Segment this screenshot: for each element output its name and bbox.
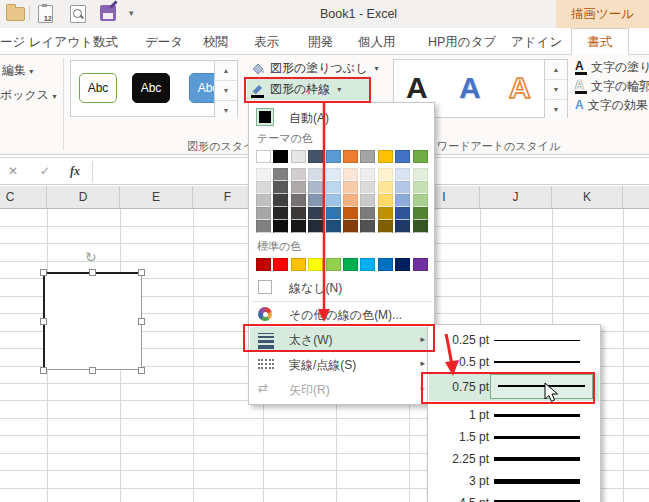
theme-color-swatch[interactable] — [273, 150, 288, 163]
rotate-handle-icon[interactable]: ↻ — [85, 249, 97, 265]
theme-color-variant-swatch[interactable] — [360, 194, 375, 207]
weight-option-0.75pt[interactable]: 0.75 pt — [429, 373, 599, 401]
theme-color-variant-swatch[interactable] — [360, 207, 375, 220]
shape-style-thumbnail[interactable]: Abc — [132, 73, 170, 103]
theme-color-variant-swatch[interactable] — [360, 220, 375, 233]
theme-color-variant-swatch[interactable] — [413, 207, 428, 220]
theme-color-variant-swatch[interactable] — [343, 168, 358, 181]
theme-color-variant-swatch[interactable] — [360, 181, 375, 194]
standard-color-swatch[interactable] — [256, 258, 271, 271]
theme-color-variant-swatch[interactable] — [291, 181, 306, 194]
text-effects-button[interactable]: A 文字の効果 — [575, 97, 648, 113]
print-preview-icon[interactable] — [70, 5, 86, 23]
theme-color-variant-swatch[interactable] — [256, 181, 271, 194]
weight-option-1.5pt[interactable]: 1.5 pt — [429, 426, 599, 448]
theme-color-variant-swatch[interactable] — [308, 194, 323, 207]
theme-color-variant-swatch[interactable] — [378, 168, 393, 181]
gallery-scroll-up-icon[interactable]: ▲ — [215, 61, 237, 81]
theme-color-swatch[interactable] — [395, 150, 410, 163]
selection-handle[interactable] — [138, 367, 145, 374]
selection-handle[interactable] — [138, 269, 145, 276]
theme-color-variant-swatch[interactable] — [413, 168, 428, 181]
text-box-button[interactable]: ボックス ▾ — [0, 87, 56, 104]
standard-color-swatch[interactable] — [273, 258, 288, 271]
standard-color-swatch[interactable] — [378, 258, 393, 271]
ribbon-tab-5[interactable]: 表示 — [254, 34, 279, 51]
ribbon-tab-7[interactable]: 個人用 — [358, 34, 396, 51]
selection-handle[interactable] — [40, 318, 47, 325]
theme-color-swatch[interactable] — [291, 150, 306, 163]
shape-fill-button[interactable]: 図形の塗りつぶし▾ — [250, 58, 378, 79]
theme-color-variant-swatch[interactable] — [343, 181, 358, 194]
wordart-more-icon[interactable]: ▼ — [545, 100, 567, 119]
standard-color-swatch[interactable] — [413, 258, 428, 271]
selection-handle[interactable] — [89, 269, 96, 276]
theme-color-variant-swatch[interactable] — [378, 207, 393, 220]
cancel-icon[interactable]: ✕ — [8, 164, 18, 178]
edit-button[interactable]: 編集 ▾ — [2, 62, 33, 79]
theme-color-variant-swatch[interactable] — [343, 194, 358, 207]
theme-color-variant-swatch[interactable] — [395, 181, 410, 194]
insert-function-icon[interactable]: fx — [70, 164, 80, 179]
ribbon-tab-4[interactable]: 校閲 — [203, 34, 228, 51]
menu-item-weight[interactable]: 太さ(W) ▸ — [250, 327, 433, 352]
theme-color-variant-swatch[interactable] — [291, 207, 306, 220]
theme-color-variant-swatch[interactable] — [256, 168, 271, 181]
theme-color-variant-swatch[interactable] — [273, 207, 288, 220]
theme-color-variant-swatch[interactable] — [413, 220, 428, 233]
theme-color-variant-swatch[interactable] — [308, 181, 323, 194]
enter-icon[interactable]: ✓ — [40, 164, 50, 178]
qat-more-icon[interactable]: ▾ — [129, 8, 134, 18]
ribbon-tab-6[interactable]: 開発 — [308, 34, 333, 51]
wordart-style-thumbnail[interactable]: A — [406, 73, 428, 103]
ribbon-tab-3[interactable]: データ — [145, 34, 183, 51]
theme-color-swatch[interactable] — [343, 150, 358, 163]
save-icon[interactable] — [100, 5, 116, 21]
weight-option-3pt[interactable]: 3 pt — [429, 470, 599, 492]
theme-color-variant-swatch[interactable] — [256, 207, 271, 220]
clipboard-icon[interactable]: 12 — [38, 5, 53, 23]
selection-handle[interactable] — [40, 269, 47, 276]
theme-color-variant-swatch[interactable] — [256, 220, 271, 233]
theme-color-variant-swatch[interactable] — [360, 168, 375, 181]
menu-item-no-line[interactable]: 線なし(N) — [250, 276, 433, 299]
theme-color-variant-swatch[interactable] — [273, 168, 288, 181]
standard-color-swatch[interactable] — [308, 258, 323, 271]
column-header-K[interactable]: K — [552, 186, 623, 208]
menu-item-dashes[interactable]: 実線/点線(S) ▸ — [250, 353, 433, 376]
gallery-scroll-down-icon[interactable]: ▼ — [215, 81, 237, 101]
weight-option-0.5pt[interactable]: 0.5 pt — [429, 351, 599, 373]
theme-color-variant-swatch[interactable] — [308, 168, 323, 181]
theme-color-variant-swatch[interactable] — [291, 220, 306, 233]
ribbon-tab-1[interactable]: ージ レイアウト — [0, 34, 93, 51]
text-outline-button[interactable]: A 文字の輪郭 — [575, 78, 649, 94]
ribbon-tab-2[interactable]: 数式 — [93, 34, 118, 51]
theme-color-variant-swatch[interactable] — [378, 181, 393, 194]
wordart-style-thumbnail[interactable]: A — [509, 73, 531, 103]
theme-color-variant-swatch[interactable] — [273, 194, 288, 207]
theme-color-variant-swatch[interactable] — [308, 220, 323, 233]
theme-color-swatch[interactable] — [413, 150, 428, 163]
theme-color-variant-swatch[interactable] — [273, 181, 288, 194]
theme-color-variant-swatch[interactable] — [273, 220, 288, 233]
theme-color-variant-swatch[interactable] — [395, 220, 410, 233]
theme-color-variant-swatch[interactable] — [413, 181, 428, 194]
weight-option-4.5pt[interactable]: 4.5 pt — [429, 492, 599, 502]
column-header-E[interactable]: E — [120, 186, 193, 208]
ribbon-tab-8[interactable]: HP用のタブ — [428, 34, 496, 51]
standard-color-swatch[interactable] — [395, 258, 410, 271]
theme-color-variant-swatch[interactable] — [326, 220, 341, 233]
theme-color-swatch[interactable] — [308, 150, 323, 163]
column-header-D[interactable]: D — [47, 186, 120, 208]
theme-color-variant-swatch[interactable] — [326, 181, 341, 194]
menu-item-more-line-colors[interactable]: その他の線の色(M)... — [250, 303, 433, 326]
theme-color-swatch[interactable] — [378, 150, 393, 163]
selected-rectangle-shape[interactable] — [43, 272, 142, 370]
theme-color-variant-swatch[interactable] — [308, 207, 323, 220]
theme-color-variant-swatch[interactable] — [256, 194, 271, 207]
theme-color-variant-swatch[interactable] — [395, 168, 410, 181]
menu-item-automatic[interactable]: 自動(A) — [250, 106, 433, 129]
selection-handle[interactable] — [89, 367, 96, 374]
theme-color-variant-swatch[interactable] — [326, 194, 341, 207]
weight-option-2.25pt[interactable]: 2.25 pt — [429, 448, 599, 470]
